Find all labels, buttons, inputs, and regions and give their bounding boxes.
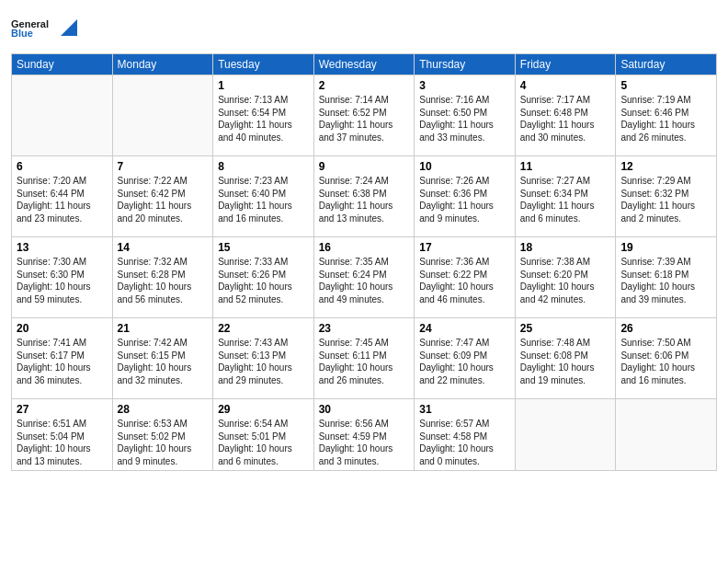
calendar-body: 1Sunrise: 7:13 AMSunset: 6:54 PMDaylight… bbox=[12, 75, 717, 471]
day-number: 31 bbox=[419, 402, 510, 417]
day-info: Sunrise: 7:13 AMSunset: 6:54 PMDaylight:… bbox=[218, 94, 309, 144]
day-number: 3 bbox=[419, 78, 510, 93]
day-info: Sunrise: 7:22 AMSunset: 6:42 PMDaylight:… bbox=[118, 175, 209, 224]
weekday-header-cell: Saturday bbox=[616, 54, 717, 75]
calendar-cell: 17Sunrise: 7:36 AMSunset: 6:22 PMDayligh… bbox=[415, 237, 516, 318]
day-number: 7 bbox=[118, 159, 209, 174]
day-number: 6 bbox=[17, 159, 108, 174]
calendar-row: 27Sunrise: 6:51 AMSunset: 5:04 PMDayligh… bbox=[12, 399, 717, 471]
weekday-header-row: SundayMondayTuesdayWednesdayThursdayFrid… bbox=[12, 54, 717, 75]
day-number: 25 bbox=[520, 321, 611, 336]
logo: General Blue bbox=[11, 9, 77, 46]
calendar-cell: 26Sunrise: 7:50 AMSunset: 6:06 PMDayligh… bbox=[616, 318, 717, 399]
weekday-header-cell: Thursday bbox=[415, 54, 516, 75]
svg-marker-2 bbox=[61, 19, 77, 36]
day-number: 28 bbox=[118, 402, 209, 417]
logo-svg: General Blue bbox=[11, 9, 57, 46]
day-number: 23 bbox=[319, 321, 410, 336]
day-number: 14 bbox=[118, 240, 209, 255]
svg-text:Blue: Blue bbox=[11, 28, 33, 39]
day-info: Sunrise: 6:57 AMSunset: 4:58 PMDaylight:… bbox=[419, 418, 510, 467]
day-info: Sunrise: 6:53 AMSunset: 5:02 PMDaylight:… bbox=[118, 418, 209, 467]
calendar-cell: 1Sunrise: 7:13 AMSunset: 6:54 PMDaylight… bbox=[213, 75, 314, 156]
calendar-cell: 6Sunrise: 7:20 AMSunset: 6:44 PMDaylight… bbox=[12, 156, 113, 237]
calendar-cell bbox=[616, 399, 717, 471]
calendar-cell bbox=[12, 75, 113, 156]
day-number: 30 bbox=[319, 402, 410, 417]
weekday-header-cell: Friday bbox=[515, 54, 616, 75]
calendar-cell: 9Sunrise: 7:24 AMSunset: 6:38 PMDaylight… bbox=[313, 156, 415, 237]
calendar-cell: 10Sunrise: 7:26 AMSunset: 6:36 PMDayligh… bbox=[415, 156, 516, 237]
weekday-header-cell: Monday bbox=[112, 54, 213, 75]
day-info: Sunrise: 7:41 AMSunset: 6:17 PMDaylight:… bbox=[17, 337, 108, 386]
calendar-cell: 7Sunrise: 7:22 AMSunset: 6:42 PMDaylight… bbox=[112, 156, 213, 237]
day-number: 11 bbox=[520, 159, 611, 174]
day-info: Sunrise: 7:27 AMSunset: 6:34 PMDaylight:… bbox=[520, 175, 611, 224]
day-number: 13 bbox=[17, 240, 108, 255]
day-number: 29 bbox=[218, 402, 309, 417]
day-number: 12 bbox=[620, 159, 711, 174]
day-info: Sunrise: 7:47 AMSunset: 6:09 PMDaylight:… bbox=[419, 337, 510, 386]
day-info: Sunrise: 7:20 AMSunset: 6:44 PMDaylight:… bbox=[17, 175, 108, 224]
day-info: Sunrise: 7:50 AMSunset: 6:06 PMDaylight:… bbox=[620, 337, 711, 386]
day-number: 4 bbox=[520, 78, 611, 93]
day-number: 9 bbox=[319, 159, 410, 174]
calendar-cell: 8Sunrise: 7:23 AMSunset: 6:40 PMDaylight… bbox=[213, 156, 314, 237]
calendar-cell: 27Sunrise: 6:51 AMSunset: 5:04 PMDayligh… bbox=[12, 399, 113, 471]
calendar-cell: 20Sunrise: 7:41 AMSunset: 6:17 PMDayligh… bbox=[12, 318, 113, 399]
day-number: 21 bbox=[118, 321, 209, 336]
day-info: Sunrise: 7:43 AMSunset: 6:13 PMDaylight:… bbox=[218, 337, 309, 386]
day-number: 22 bbox=[218, 321, 309, 336]
day-info: Sunrise: 7:16 AMSunset: 6:50 PMDaylight:… bbox=[419, 94, 510, 144]
day-info: Sunrise: 7:14 AMSunset: 6:52 PMDaylight:… bbox=[319, 94, 410, 144]
day-number: 24 bbox=[419, 321, 510, 336]
day-number: 10 bbox=[419, 159, 510, 174]
day-info: Sunrise: 7:36 AMSunset: 6:22 PMDaylight:… bbox=[419, 256, 510, 305]
weekday-header-cell: Tuesday bbox=[213, 54, 314, 75]
calendar-cell: 28Sunrise: 6:53 AMSunset: 5:02 PMDayligh… bbox=[112, 399, 213, 471]
day-number: 5 bbox=[620, 78, 711, 93]
day-info: Sunrise: 7:42 AMSunset: 6:15 PMDaylight:… bbox=[118, 337, 209, 386]
day-info: Sunrise: 7:45 AMSunset: 6:11 PMDaylight:… bbox=[319, 337, 410, 386]
calendar-cell: 19Sunrise: 7:39 AMSunset: 6:18 PMDayligh… bbox=[616, 237, 717, 318]
day-info: Sunrise: 7:23 AMSunset: 6:40 PMDaylight:… bbox=[218, 175, 309, 224]
day-info: Sunrise: 7:35 AMSunset: 6:24 PMDaylight:… bbox=[319, 256, 410, 305]
calendar-cell: 22Sunrise: 7:43 AMSunset: 6:13 PMDayligh… bbox=[213, 318, 314, 399]
calendar-cell: 13Sunrise: 7:30 AMSunset: 6:30 PMDayligh… bbox=[12, 237, 113, 318]
day-number: 15 bbox=[218, 240, 309, 255]
day-info: Sunrise: 7:39 AMSunset: 6:18 PMDaylight:… bbox=[620, 256, 711, 305]
day-number: 16 bbox=[319, 240, 410, 255]
calendar-cell bbox=[112, 75, 213, 156]
calendar-cell: 14Sunrise: 7:32 AMSunset: 6:28 PMDayligh… bbox=[112, 237, 213, 318]
calendar-cell: 25Sunrise: 7:48 AMSunset: 6:08 PMDayligh… bbox=[515, 318, 616, 399]
calendar-table: SundayMondayTuesdayWednesdayThursdayFrid… bbox=[11, 53, 717, 471]
day-info: Sunrise: 7:30 AMSunset: 6:30 PMDaylight:… bbox=[17, 256, 108, 305]
day-info: Sunrise: 7:48 AMSunset: 6:08 PMDaylight:… bbox=[520, 337, 611, 386]
day-info: Sunrise: 7:24 AMSunset: 6:38 PMDaylight:… bbox=[319, 175, 410, 224]
calendar-row: 6Sunrise: 7:20 AMSunset: 6:44 PMDaylight… bbox=[12, 156, 717, 237]
calendar-cell: 31Sunrise: 6:57 AMSunset: 4:58 PMDayligh… bbox=[415, 399, 516, 471]
day-info: Sunrise: 7:19 AMSunset: 6:46 PMDaylight:… bbox=[620, 94, 711, 144]
page-header: General Blue bbox=[11, 9, 717, 46]
calendar-cell: 15Sunrise: 7:33 AMSunset: 6:26 PMDayligh… bbox=[213, 237, 314, 318]
day-info: Sunrise: 6:51 AMSunset: 5:04 PMDaylight:… bbox=[17, 418, 108, 467]
calendar-row: 13Sunrise: 7:30 AMSunset: 6:30 PMDayligh… bbox=[12, 237, 717, 318]
calendar-cell: 12Sunrise: 7:29 AMSunset: 6:32 PMDayligh… bbox=[616, 156, 717, 237]
day-info: Sunrise: 7:32 AMSunset: 6:28 PMDaylight:… bbox=[118, 256, 209, 305]
day-info: Sunrise: 7:33 AMSunset: 6:26 PMDaylight:… bbox=[218, 256, 309, 305]
day-info: Sunrise: 6:56 AMSunset: 4:59 PMDaylight:… bbox=[319, 418, 410, 467]
day-number: 8 bbox=[218, 159, 309, 174]
calendar-cell: 29Sunrise: 6:54 AMSunset: 5:01 PMDayligh… bbox=[213, 399, 314, 471]
day-info: Sunrise: 7:29 AMSunset: 6:32 PMDaylight:… bbox=[620, 175, 711, 224]
calendar-cell: 16Sunrise: 7:35 AMSunset: 6:24 PMDayligh… bbox=[313, 237, 415, 318]
day-number: 27 bbox=[17, 402, 108, 417]
calendar-cell: 11Sunrise: 7:27 AMSunset: 6:34 PMDayligh… bbox=[515, 156, 616, 237]
calendar-cell: 18Sunrise: 7:38 AMSunset: 6:20 PMDayligh… bbox=[515, 237, 616, 318]
calendar-cell: 4Sunrise: 7:17 AMSunset: 6:48 PMDaylight… bbox=[515, 75, 616, 156]
day-number: 19 bbox=[620, 240, 711, 255]
day-info: Sunrise: 7:38 AMSunset: 6:20 PMDaylight:… bbox=[520, 256, 611, 305]
calendar-row: 20Sunrise: 7:41 AMSunset: 6:17 PMDayligh… bbox=[12, 318, 717, 399]
day-info: Sunrise: 7:26 AMSunset: 6:36 PMDaylight:… bbox=[419, 175, 510, 224]
calendar-row: 1Sunrise: 7:13 AMSunset: 6:54 PMDaylight… bbox=[12, 75, 717, 156]
calendar-cell: 30Sunrise: 6:56 AMSunset: 4:59 PMDayligh… bbox=[313, 399, 415, 471]
